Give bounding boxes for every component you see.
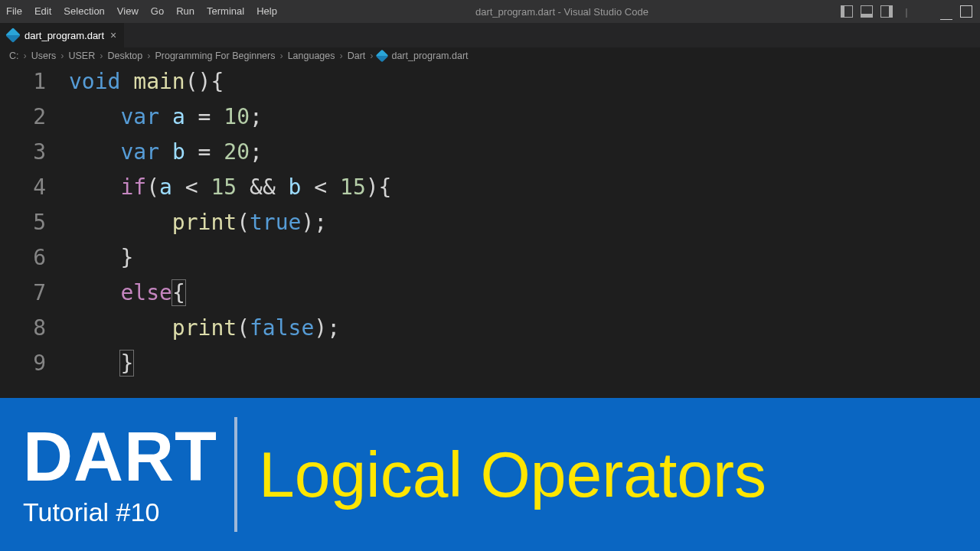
- code-line[interactable]: 8 print(false);: [0, 311, 980, 346]
- breadcrumb[interactable]: C:›Users›USER›Desktop›Programming For Be…: [0, 47, 980, 64]
- menu-go[interactable]: Go: [145, 0, 170, 23]
- chevron-right-icon: ›: [279, 51, 283, 61]
- layout-right-icon[interactable]: [880, 5, 893, 18]
- chevron-right-icon: ›: [24, 51, 27, 61]
- line-number: 1: [0, 64, 69, 99]
- banner-divider: [234, 417, 237, 532]
- code-editor[interactable]: 1void main(){2 var a = 10;3 var b = 20;4…: [0, 64, 980, 381]
- breadcrumb-segment[interactable]: C:: [9, 51, 19, 61]
- code-content: if(a < 15 && b < 15){: [69, 170, 391, 205]
- line-number: 3: [0, 135, 69, 170]
- banner-subtitle: Tutorial #10: [23, 497, 217, 527]
- menu-edit[interactable]: Edit: [28, 0, 57, 23]
- window-maximize-icon[interactable]: [960, 5, 972, 18]
- banner-title: DART: [23, 422, 217, 491]
- dart-icon: [5, 28, 21, 43]
- code-line[interactable]: 5 print(true);: [0, 205, 980, 240]
- banner-topic: Logical Operators: [259, 438, 766, 512]
- layout-grid-icon[interactable]: [920, 5, 933, 18]
- line-number: 8: [0, 311, 69, 346]
- code-line[interactable]: 3 var b = 20;: [0, 135, 980, 170]
- code-content: }: [69, 346, 133, 381]
- window-title: dart_program.dart - Visual Studio Code: [283, 6, 841, 18]
- menu-view[interactable]: View: [111, 0, 145, 23]
- line-number: 7: [0, 276, 69, 311]
- code-content: print(false);: [69, 311, 340, 346]
- code-line[interactable]: 4 if(a < 15 && b < 15){: [0, 170, 980, 205]
- menu-bar: FileEditSelectionViewGoRunTerminalHelp d…: [0, 0, 980, 23]
- chevron-right-icon: ›: [370, 51, 373, 61]
- code-line[interactable]: 2 var a = 10;: [0, 99, 980, 135]
- code-content: var a = 10;: [69, 99, 263, 135]
- menu-file[interactable]: File: [0, 0, 28, 23]
- code-content: print(true);: [69, 205, 327, 240]
- code-line[interactable]: 6 }: [0, 240, 980, 276]
- line-number: 6: [0, 240, 69, 276]
- line-number: 4: [0, 170, 69, 205]
- code-content: var b = 20;: [69, 135, 263, 170]
- dart-icon: [376, 50, 389, 63]
- code-content: }: [69, 240, 133, 276]
- chevron-right-icon: ›: [100, 51, 103, 61]
- line-number: 9: [0, 346, 69, 381]
- breadcrumb-segment[interactable]: Users: [31, 51, 57, 61]
- menu-help[interactable]: Help: [250, 0, 283, 23]
- chevron-right-icon: ›: [60, 51, 64, 61]
- layout-bottom-icon[interactable]: [861, 5, 873, 18]
- titlebar-right-controls: |: [841, 5, 980, 18]
- menu-terminal[interactable]: Terminal: [201, 0, 250, 23]
- breadcrumb-segment[interactable]: dart_program.dart: [391, 51, 468, 61]
- code-line[interactable]: 9 }: [0, 346, 980, 381]
- breadcrumb-segment[interactable]: Languages: [288, 51, 335, 61]
- menu-selection[interactable]: Selection: [57, 0, 110, 23]
- code-content: void main(){: [69, 64, 224, 99]
- tab-file[interactable]: dart_program.dart ×: [0, 23, 125, 47]
- line-number: 2: [0, 99, 69, 135]
- layout-left-icon[interactable]: [841, 5, 853, 18]
- code-line[interactable]: 7 else{: [0, 276, 980, 311]
- code-content: else{: [69, 276, 185, 311]
- breadcrumb-segment[interactable]: Dart: [348, 51, 366, 61]
- menu-run[interactable]: Run: [170, 0, 201, 23]
- code-line[interactable]: 1void main(){: [0, 64, 980, 99]
- chevron-right-icon: ›: [147, 51, 150, 61]
- tab-bar: dart_program.dart ×: [0, 23, 980, 47]
- window-minimize-icon[interactable]: [940, 5, 952, 18]
- breadcrumb-segment[interactable]: Programming For Beginners: [155, 51, 275, 61]
- breadcrumb-segment[interactable]: USER: [69, 51, 96, 61]
- line-number: 5: [0, 205, 69, 240]
- close-icon[interactable]: ×: [110, 29, 116, 41]
- chevron-right-icon: ›: [340, 51, 343, 61]
- breadcrumb-segment[interactable]: Desktop: [107, 51, 142, 61]
- tab-filename: dart_program.dart: [24, 30, 104, 41]
- tutorial-banner: DART Tutorial #10 Logical Operators: [0, 398, 980, 551]
